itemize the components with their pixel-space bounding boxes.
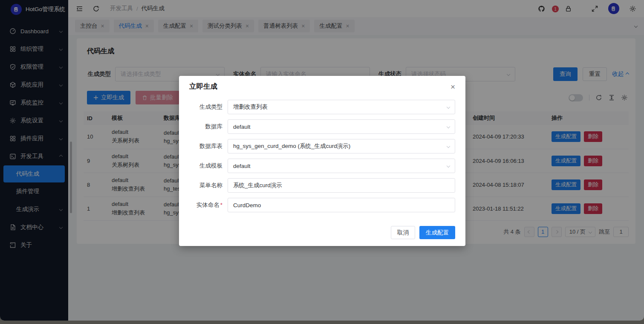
field-label-db-table: 数据库表 xyxy=(189,142,222,150)
modal-title: 立即生成 xyxy=(189,82,217,91)
field-label-template: 生成模板 xyxy=(189,162,222,170)
chevron-down-icon xyxy=(447,164,450,168)
chevron-down-icon xyxy=(447,105,450,109)
field-label-generate-type: 生成类型 xyxy=(189,103,222,111)
modal-confirm-button[interactable]: 生成配置 xyxy=(419,226,455,239)
modal-cancel-button[interactable]: 取消 xyxy=(391,226,415,239)
modal-close-icon[interactable]: × xyxy=(451,83,455,91)
field-label-menu-name: 菜单名称 xyxy=(189,182,222,189)
generate-template-select[interactable]: default xyxy=(228,159,455,173)
generate-now-modal: 立即生成 × 生成类型 增删改查列表 数据库 default 数据库表 hg_s… xyxy=(179,76,465,246)
db-table-select[interactable]: hg_sys_gen_curd_demo (系统_生成curd演示) xyxy=(228,139,455,153)
generate-type-modal-select[interactable]: 增删改查列表 xyxy=(228,100,455,114)
field-label-database: 数据库 xyxy=(189,123,222,130)
entity-name-modal-input[interactable]: CurdDemo xyxy=(228,198,455,212)
database-select[interactable]: default xyxy=(228,119,455,134)
field-label-entity-name: 实体命名* xyxy=(189,201,222,209)
chevron-down-icon xyxy=(447,145,450,148)
menu-name-input[interactable]: 系统_生成curd演示 xyxy=(228,178,455,193)
required-asterisk: * xyxy=(220,202,222,208)
chevron-down-icon xyxy=(447,125,450,128)
